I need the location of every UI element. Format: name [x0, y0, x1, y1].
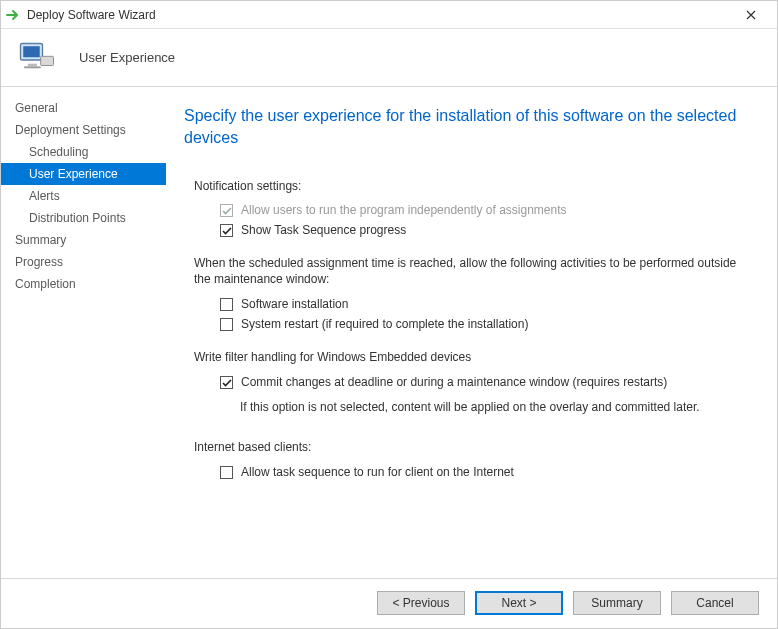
close-button[interactable] — [731, 2, 771, 28]
allow-independent-label: Allow users to run the program independe… — [241, 203, 567, 217]
writefilter-label: Write filter handling for Windows Embedd… — [194, 349, 753, 365]
commit-changes-label: Commit changes at deadline or during a m… — [241, 375, 667, 389]
allow-independent-checkbox — [220, 204, 233, 217]
svg-rect-2 — [41, 56, 54, 65]
system-restart-label: System restart (if required to complete … — [241, 317, 528, 331]
svg-rect-4 — [24, 66, 40, 68]
allow-independent-row: Allow users to run the program independe… — [220, 203, 753, 217]
page-heading: Specify the user experience for the inst… — [184, 105, 753, 149]
wizard-header: User Experience — [1, 29, 777, 87]
nav-item-progress[interactable]: Progress — [1, 251, 166, 273]
software-install-checkbox[interactable] — [220, 298, 233, 311]
software-install-label: Software installation — [241, 297, 348, 311]
svg-rect-1 — [23, 46, 39, 57]
nav-item-general[interactable]: General — [1, 97, 166, 119]
step-title: User Experience — [79, 50, 175, 65]
wizard-arrow-icon — [5, 7, 21, 23]
allow-internet-row[interactable]: Allow task sequence to run for client on… — [220, 465, 753, 479]
nav-item-alerts[interactable]: Alerts — [1, 185, 166, 207]
nav-item-deployment-settings[interactable]: Deployment Settings — [1, 119, 166, 141]
commit-changes-checkbox[interactable] — [220, 376, 233, 389]
titlebar: Deploy Software Wizard — [1, 1, 777, 29]
allow-internet-label: Allow task sequence to run for client on… — [241, 465, 514, 479]
assignment-paragraph: When the scheduled assignment time is re… — [194, 255, 753, 287]
window-title: Deploy Software Wizard — [27, 8, 156, 22]
show-ts-progress-row[interactable]: Show Task Sequence progress — [220, 223, 753, 237]
system-restart-checkbox[interactable] — [220, 318, 233, 331]
nav-item-distribution-points[interactable]: Distribution Points — [1, 207, 166, 229]
nav-item-summary[interactable]: Summary — [1, 229, 166, 251]
allow-internet-checkbox[interactable] — [220, 466, 233, 479]
notification-settings-label: Notification settings: — [194, 179, 753, 193]
wizard-nav: GeneralDeployment SettingsSchedulingUser… — [1, 87, 166, 578]
commit-changes-row[interactable]: Commit changes at deadline or during a m… — [220, 375, 753, 389]
main-panel: Specify the user experience for the inst… — [166, 87, 777, 578]
summary-button[interactable]: Summary — [573, 591, 661, 615]
cancel-button[interactable]: Cancel — [671, 591, 759, 615]
next-button[interactable]: Next > — [475, 591, 563, 615]
nav-item-scheduling[interactable]: Scheduling — [1, 141, 166, 163]
show-ts-progress-checkbox[interactable] — [220, 224, 233, 237]
wizard-footer: < Previous Next > Summary Cancel — [1, 578, 777, 626]
computer-icon — [15, 38, 59, 78]
software-install-row[interactable]: Software installation — [220, 297, 753, 311]
nav-item-completion[interactable]: Completion — [1, 273, 166, 295]
svg-rect-3 — [28, 63, 37, 66]
previous-button[interactable]: < Previous — [377, 591, 465, 615]
commit-note: If this option is not selected, content … — [240, 399, 753, 415]
internet-clients-label: Internet based clients: — [194, 439, 753, 455]
show-ts-progress-label: Show Task Sequence progress — [241, 223, 406, 237]
system-restart-row[interactable]: System restart (if required to complete … — [220, 317, 753, 331]
nav-item-user-experience[interactable]: User Experience — [1, 163, 166, 185]
